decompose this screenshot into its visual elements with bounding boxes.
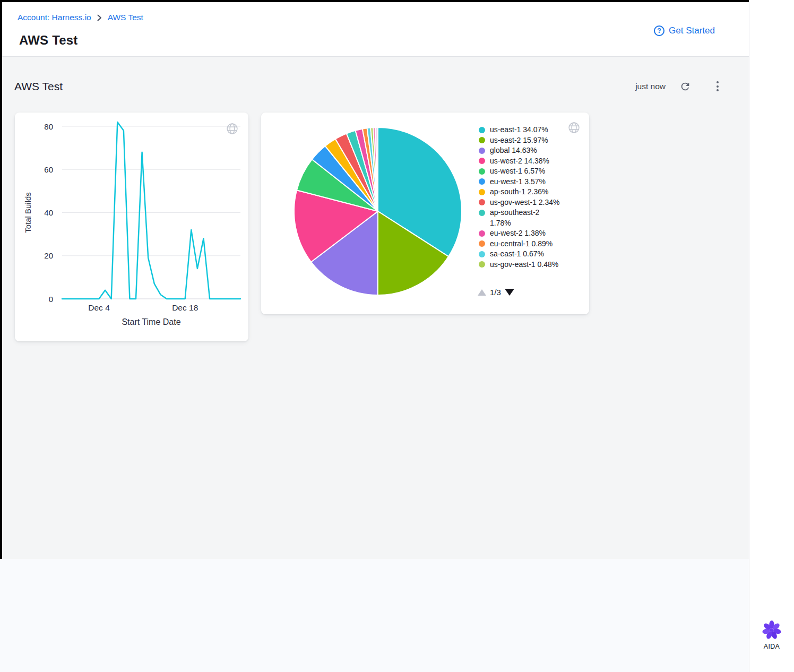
help-icon: ?: [654, 25, 664, 36]
legend-pagination: 1/3: [478, 288, 514, 297]
legend-item[interactable]: sa-east-1 0.67%: [479, 249, 564, 260]
legend-swatch: [479, 240, 485, 247]
legend-label: us-gov-east-1 0.48%: [490, 260, 560, 270]
aida-button[interactable]: AIDA: [749, 620, 794, 650]
legend-label: ap-southeast-2 1.78%: [490, 208, 560, 228]
svg-text:0: 0: [49, 295, 53, 304]
legend-swatch: [479, 199, 485, 205]
legend-swatch: [479, 148, 485, 154]
legend-label: global 14.63%: [490, 145, 560, 156]
legend-swatch: [479, 127, 485, 133]
globe-icon: [567, 121, 581, 134]
pie-chart-card: us-east-1 34.07%us-east-2 15.97%global 1…: [261, 113, 589, 314]
legend-page-label: 1/3: [490, 288, 501, 297]
legend-item[interactable]: global 14.63%: [479, 145, 564, 156]
legend-item[interactable]: us-gov-east-1 0.48%: [479, 260, 564, 270]
kebab-menu-icon[interactable]: [713, 80, 722, 92]
legend-swatch: [479, 168, 485, 175]
legend-swatch: [479, 178, 485, 185]
legend-label: eu-central-1 0.89%: [490, 239, 560, 249]
svg-text:20: 20: [44, 251, 53, 260]
legend-swatch: [479, 251, 485, 257]
aida-flower-icon: [762, 620, 782, 640]
svg-text:40: 40: [44, 208, 53, 217]
breadcrumb-current-link[interactable]: AWS Test: [108, 13, 143, 22]
legend-item[interactable]: ap-southeast-2 1.78%: [479, 208, 564, 228]
legend-label: eu-west-2 1.38%: [490, 228, 560, 239]
legend-label: us-east-2 15.97%: [490, 135, 560, 146]
line-chart-card: 020406080Dec 4Dec 18Start Time DateTotal…: [15, 113, 248, 341]
legend-swatch: [479, 137, 485, 143]
legend-swatch: [479, 230, 485, 237]
globe-icon: [226, 122, 239, 135]
svg-text:Dec 18: Dec 18: [172, 303, 198, 312]
legend-item[interactable]: ap-south-1 2.36%: [479, 187, 564, 197]
legend-swatch: [479, 210, 485, 216]
svg-text:80: 80: [44, 122, 53, 131]
legend-item[interactable]: eu-central-1 0.89%: [479, 239, 564, 249]
svg-text:Start Time Date: Start Time Date: [122, 317, 180, 326]
svg-text:Total Builds: Total Builds: [23, 192, 32, 233]
legend-label: ap-south-1 2.36%: [490, 187, 560, 197]
pie-chart[interactable]: [261, 113, 495, 314]
svg-text:Dec 4: Dec 4: [88, 303, 110, 312]
breadcrumb-account-link[interactable]: Account: Harness.io: [18, 13, 91, 22]
legend-item[interactable]: eu-west-1 3.57%: [479, 177, 564, 187]
last-refreshed-text: just now: [635, 82, 666, 91]
aida-label: AIDA: [764, 643, 780, 650]
chevron-right-icon: [97, 14, 102, 21]
page-header: Account: Harness.io AWS Test AWS Test ? …: [2, 2, 749, 57]
legend-label: us-west-2 14.38%: [490, 156, 560, 167]
refresh-icon[interactable]: [679, 81, 691, 92]
dashboard-area: AWS Test just now 020406080Dec 4Dec 18St…: [2, 57, 749, 559]
legend-item[interactable]: us-east-1 34.07%: [479, 125, 564, 135]
right-rail: AIDA: [749, 0, 794, 672]
bottom-strip: [0, 559, 749, 672]
legend-label: us-east-1 34.07%: [490, 125, 560, 135]
legend-page-down-icon[interactable]: [505, 289, 514, 296]
legend-label: us-west-1 6.57%: [490, 166, 560, 177]
legend-item[interactable]: us-gov-west-1 2.34%: [479, 197, 564, 208]
pie-legend: us-east-1 34.07%us-east-2 15.97%global 1…: [479, 125, 564, 285]
get-started-link[interactable]: ? Get Started: [654, 25, 715, 36]
legend-item[interactable]: us-west-2 14.38%: [479, 156, 564, 167]
line-chart[interactable]: 020406080Dec 4Dec 18Start Time DateTotal…: [15, 113, 248, 341]
legend-label: eu-west-1 3.57%: [490, 177, 560, 187]
legend-item[interactable]: us-east-2 15.97%: [479, 135, 564, 146]
legend-swatch: [479, 189, 485, 195]
dashboard-title: AWS Test: [14, 80, 63, 93]
breadcrumb: Account: Harness.io AWS Test: [18, 13, 143, 22]
legend-label: us-gov-west-1 2.34%: [490, 197, 560, 208]
get-started-label: Get Started: [669, 25, 715, 36]
svg-text:60: 60: [44, 165, 53, 174]
legend-label: sa-east-1 0.67%: [490, 249, 560, 260]
legend-swatch: [479, 158, 485, 164]
legend-page-up-icon[interactable]: [478, 289, 486, 296]
legend-item[interactable]: eu-west-2 1.38%: [479, 228, 564, 239]
legend-swatch: [479, 261, 485, 268]
legend-item[interactable]: us-west-1 6.57%: [479, 166, 564, 177]
dashboard-controls: just now: [635, 80, 722, 92]
page-title: AWS Test: [19, 33, 78, 48]
